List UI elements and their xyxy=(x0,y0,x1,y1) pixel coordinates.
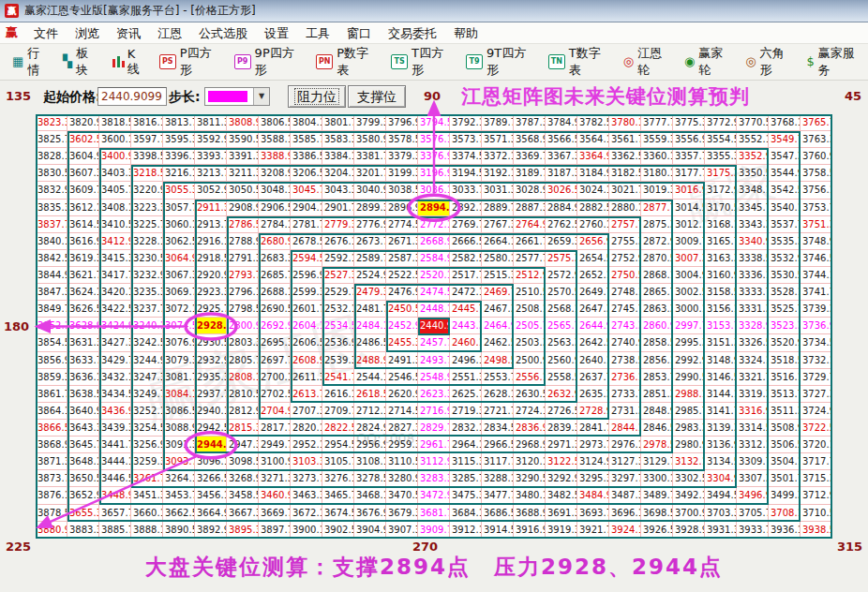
gann-cell: 3600.10 xyxy=(99,131,131,148)
gann-cell: 3091.30 xyxy=(163,437,195,453)
gann-cell: 3285.70 xyxy=(450,470,482,487)
gann-cell: 3648.10 xyxy=(67,453,99,470)
gann-cell: 2767.30 xyxy=(482,216,514,233)
menu-item-7[interactable]: 窗口 xyxy=(338,24,380,42)
gann-cell: 2613.70 xyxy=(291,386,322,403)
menu-item-8[interactable]: 交易委托 xyxy=(380,24,445,42)
gann-cell: 3580.90 xyxy=(354,131,386,148)
toolbar-item-hexagon[interactable]: ◎六角形 xyxy=(741,42,798,81)
gann-cell: 2935.30 xyxy=(195,369,227,386)
gann-cell: 2772.10 xyxy=(418,216,450,233)
gann-cell: 3672.10 xyxy=(291,505,322,522)
menu-item-3[interactable]: 江恩 xyxy=(149,24,190,42)
gann-cell: 2493.70 xyxy=(418,352,450,369)
gann-cell: 2472.10 xyxy=(450,284,482,301)
gann-cell: 3403.30 xyxy=(99,165,131,182)
gann-cell: 2846.50 xyxy=(641,420,673,437)
gann-cell: 3840.10 xyxy=(36,233,67,250)
gann-cell: 3916.90 xyxy=(514,522,546,539)
toolbar-item-t-number-table[interactable]: TNT数字表 xyxy=(544,42,615,81)
gann-cell: 2949.70 xyxy=(259,437,291,453)
gann-cell: 3619.30 xyxy=(67,250,99,267)
gann-cell: 3679.30 xyxy=(386,505,418,522)
toolbar-item-candlestick[interactable]: K线 xyxy=(107,44,151,81)
menu-item-9[interactable]: 帮助 xyxy=(445,24,486,42)
gann-cell: 3604.90 xyxy=(67,148,99,165)
menu-item-2[interactable]: 资讯 xyxy=(108,24,149,42)
gann-cell: 2916.10 xyxy=(195,233,227,250)
gann-cell: 2647.30 xyxy=(577,301,609,318)
gann-cell: 3348.10 xyxy=(737,182,769,199)
toolbar-item-gann-wheel[interactable]: ◎江恩轮 xyxy=(619,42,676,81)
menu-item-1[interactable]: 浏览 xyxy=(67,24,108,42)
toolbar-item-service-dollar[interactable]: $赢家服务 xyxy=(801,42,868,81)
gann-cell: 3549.70 xyxy=(769,131,801,148)
menu-item-6[interactable]: 工具 xyxy=(297,24,338,42)
gann-cell: 2659.30 xyxy=(546,233,577,250)
gann-cell: 2752.90 xyxy=(609,250,641,267)
gann-cell: 2474.50 xyxy=(418,284,450,301)
gann-cell: 2750.50 xyxy=(609,267,641,284)
gann-cell: 3777.70 xyxy=(641,114,673,131)
gann-cell: 2632.90 xyxy=(546,386,577,403)
toolbar-item-quote-grid[interactable]: ▦行情 xyxy=(7,42,54,81)
resistance-button[interactable]: 阻力位 xyxy=(288,85,346,108)
angle-label-270: 270 xyxy=(412,540,438,554)
toolbar-item-winner-wheel[interactable]: ◉赢家轮 xyxy=(680,42,737,81)
gann-cell: 2719.30 xyxy=(450,403,482,420)
toolbar-item-t-square[interactable]: TST四方形 xyxy=(386,42,457,81)
gann-cell: 2978.50 xyxy=(641,437,673,453)
support-button[interactable]: 支撑位 xyxy=(348,85,406,108)
gann-cell: 3028.90 xyxy=(514,182,546,199)
toolbar-item-9t-square[interactable]: T99T四方形 xyxy=(461,42,540,81)
menu-item-0[interactable]: 文件 xyxy=(25,24,67,42)
start-price-input[interactable] xyxy=(97,87,167,106)
gann-cell: 2673.70 xyxy=(354,233,386,250)
9t-square-icon: T9 xyxy=(466,54,483,69)
gann-cell: 3312.10 xyxy=(737,437,769,453)
chevron-down-icon[interactable]: ▼ xyxy=(253,88,269,105)
menu-item-5[interactable]: 设置 xyxy=(256,24,297,42)
gann-cell: 3472.90 xyxy=(418,487,450,504)
toolbar-item-sector-blocks[interactable]: ▚板块 xyxy=(58,42,103,81)
step-select[interactable]: ▼ xyxy=(204,87,270,106)
gann-cell: 3936.10 xyxy=(769,522,801,539)
gann-cell: 3902.50 xyxy=(322,522,354,539)
gann-cell: 3235.30 xyxy=(131,284,163,301)
gann-cell: 3837.70 xyxy=(36,216,67,233)
gann-cell: 2791.30 xyxy=(227,250,259,267)
gann-cell: 3825.70 xyxy=(36,131,67,148)
gann-cell: 2851.30 xyxy=(641,386,673,403)
gann-cell: 3544.90 xyxy=(769,165,801,182)
gann-cell: 3115.30 xyxy=(450,453,482,470)
toolbar-item-p-number-table[interactable]: PNP数字表 xyxy=(311,42,382,81)
gann-cell: 2992.90 xyxy=(673,352,705,369)
gann-cell: 2695.30 xyxy=(259,334,291,351)
gann-cell: 2930.50 xyxy=(195,334,227,351)
gann-cell: 3571.30 xyxy=(482,131,514,148)
gann-cell: 2664.10 xyxy=(482,233,514,250)
gann-cell: 3247.30 xyxy=(131,369,163,386)
toolbar: ▦行情▚板块K线PSP四方形P99P四方形PNP数字表TST四方形T99T四方形… xyxy=(0,44,868,81)
gann-cell: 3292.90 xyxy=(546,470,577,487)
gann-cell: 3208.90 xyxy=(259,165,291,182)
gann-cell: 3230.50 xyxy=(131,250,163,267)
p-square-icon: PS xyxy=(159,54,176,69)
gann-cell: 2860.90 xyxy=(641,318,673,334)
gann-cell: 3328.90 xyxy=(737,318,769,334)
gann-cell: 3480.10 xyxy=(514,487,546,504)
gann-cell: 2894.50 xyxy=(418,200,450,216)
gann-cell: 2620.90 xyxy=(386,386,418,403)
gann-cell: 3372.10 xyxy=(482,148,514,165)
gann-cell: 2445.70 xyxy=(450,301,482,318)
gann-cell: 2848.90 xyxy=(641,403,673,420)
menu-item-4[interactable]: 公式选股 xyxy=(190,24,256,42)
toolbar-item-9p-square[interactable]: P99P四方形 xyxy=(230,42,308,81)
gann-cell: 2469.70 xyxy=(482,284,514,301)
gann-cell: 2479.30 xyxy=(354,284,386,301)
gann-cell: 3309.70 xyxy=(737,453,769,470)
gann-cell: 3189.70 xyxy=(514,165,546,182)
gann-cell: 3283.30 xyxy=(418,470,450,487)
toolbar-item-p-square[interactable]: PSP四方形 xyxy=(155,42,226,81)
gann-cell: 3336.10 xyxy=(737,267,769,284)
